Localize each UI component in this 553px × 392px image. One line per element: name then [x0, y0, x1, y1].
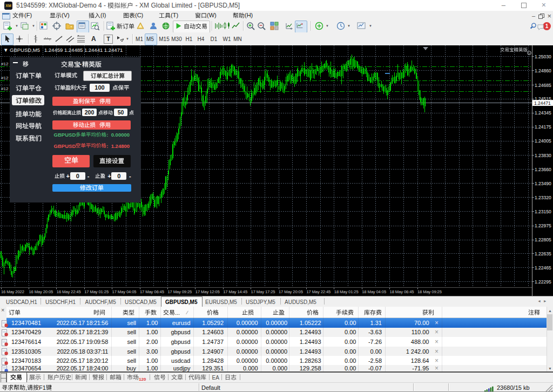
svg-text:17 May 12:05: 17 May 12:05 [195, 289, 220, 294]
svg-text:1.22805: 1.22805 [535, 237, 551, 242]
svg-text:1.24175: 1.24175 [535, 124, 551, 130]
svg-text:17 May 09:25: 17 May 09:25 [167, 289, 192, 294]
svg-text:1.24345: 1.24345 [535, 110, 551, 116]
svg-text:18 May 06:45: 18 May 06:45 [390, 289, 414, 294]
svg-text:1.24685: 1.24685 [535, 83, 551, 88]
svg-text:1.22975: 1.22975 [535, 223, 551, 228]
svg-text:1.24515: 1.24515 [535, 96, 551, 102]
svg-text:17 May 06:45: 17 May 06:45 [140, 289, 164, 294]
svg-text:18 May 09:25: 18 May 09:25 [417, 289, 442, 294]
svg-text:1.23320: 1.23320 [535, 195, 551, 200]
svg-text:#12: #12 [1, 76, 9, 80]
svg-text:16 May 20:05: 16 May 20:05 [29, 289, 53, 294]
svg-text:16 May 22:45: 16 May 22:45 [57, 289, 81, 294]
svg-text:1.23490: 1.23490 [535, 181, 551, 186]
svg-text:1.23150: 1.23150 [535, 209, 551, 214]
svg-text:18 May 04:05: 18 May 04:05 [362, 289, 386, 294]
svg-text:1.23660: 1.23660 [535, 167, 551, 172]
svg-text:#12: #12 [1, 62, 9, 66]
svg-text:17 May 04:05: 17 May 04:05 [112, 289, 137, 294]
svg-text:16 May 2022: 16 May 2022 [1, 289, 24, 294]
svg-text:1.22635: 1.22635 [535, 251, 551, 256]
svg-text:#12: #12 [1, 86, 9, 91]
svg-text:17 May 14:45: 17 May 14:45 [223, 289, 247, 294]
svg-text:1.22295: 1.22295 [535, 279, 551, 285]
svg-text:17 May 20:05: 17 May 20:05 [279, 289, 303, 294]
svg-text:18 May 01:25: 18 May 01:25 [334, 289, 359, 294]
svg-text:1.24005: 1.24005 [535, 138, 551, 144]
svg-text:17 May 17:25: 17 May 17:25 [251, 289, 275, 294]
svg-text:1.24860: 1.24860 [535, 68, 551, 73]
svg-text:1.25030: 1.25030 [535, 54, 551, 59]
svg-text:1.23830: 1.23830 [535, 153, 551, 158]
svg-text:17 May 22:45: 17 May 22:45 [306, 289, 331, 294]
svg-text:17 May 01:25: 17 May 01:25 [84, 289, 109, 294]
svg-text:1.22465: 1.22465 [535, 265, 551, 271]
